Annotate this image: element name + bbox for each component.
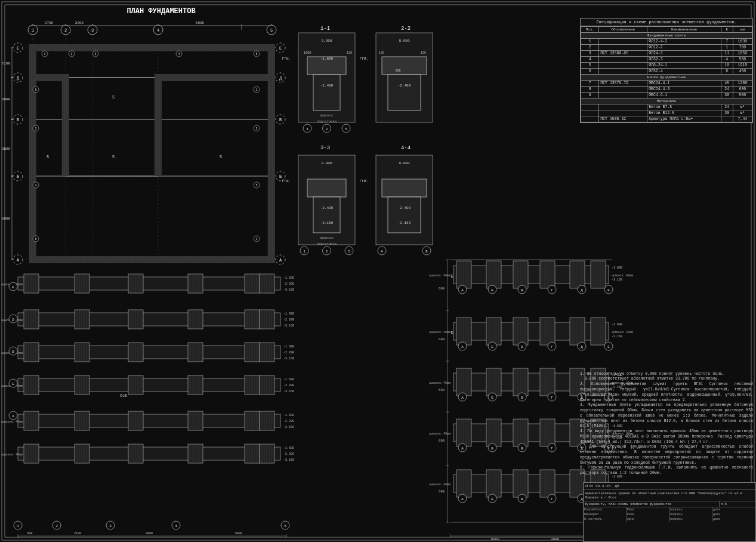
col-pos: Поз. <box>581 27 599 33</box>
role2: Проверил <box>584 512 627 517</box>
col-unit: мм <box>733 27 752 33</box>
sign2: подпись <box>669 512 712 517</box>
title-block-label1: Фундаменты, план схемы элементов фундаме… <box>584 501 720 507</box>
col-designation: Обозначение <box>599 27 647 33</box>
date2: дата <box>712 512 755 517</box>
spec-title: Спецификация к схеме расположения элемен… <box>581 19 752 26</box>
table-row: Бетон В12.5 30 м³ <box>581 110 752 116</box>
name1: Рева <box>627 507 669 512</box>
role3: Н.контроль <box>584 517 627 522</box>
table-row: 6 ФЛ32-4 8 450 <box>581 69 752 75</box>
table-row: Бетон В7.5 24 м³ <box>581 104 752 110</box>
table-row: 2 ФЛ12-2 1 780 <box>581 45 752 51</box>
title-block-org: Административное здание по областным ком… <box>584 490 755 501</box>
name2: Рева <box>627 512 669 517</box>
title-block-sheet: л.5 <box>720 501 755 507</box>
spec-table: Спецификация к схеме расположения элемен… <box>580 18 753 123</box>
sign3: подпись <box>669 517 712 522</box>
main-container: Спецификация к схеме расположения элемен… <box>0 0 756 542</box>
table-row: 7 ПСТ 13579-79 ФБС24-4-1 45 1200 <box>581 81 752 87</box>
date1: дата <box>712 507 755 512</box>
title-block-project: КГАУ 98.3.15. ДП <box>584 483 755 490</box>
table-row: 8 ФБС24-4-3 24 600 <box>581 87 752 93</box>
title-block: КГАУ 98.3.15. ДП Административное здание… <box>583 482 756 542</box>
role1: Разработал <box>584 507 627 512</box>
notes-block: 1. За относительную отметку 0,000 принят… <box>580 372 753 476</box>
col-name: Наименование <box>647 27 721 33</box>
date3: дата <box>712 517 755 522</box>
table-row: 5 ФЛ6-24-1 10 1910 <box>581 63 752 69</box>
col-count: Е <box>721 27 733 33</box>
table-row: 9 ФБС4-6-1 30 500 <box>581 93 752 98</box>
table-row: 1 ФЛ12-4-2 7 1630 <box>581 39 752 45</box>
notes-text: 1. За относительную отметку 0,000 принят… <box>580 372 753 476</box>
table-row: 3 ПСТ 13580-85 ФЛ24-3 11 1050 <box>581 51 752 57</box>
sign1: подпись <box>669 507 712 512</box>
spec-table-content: Поз. Обозначение Наименование Е мм Фунда… <box>581 26 752 122</box>
name3: Арно <box>627 517 669 522</box>
table-row: 4 ФЛ32-3 4 500 <box>581 57 752 63</box>
table-row: ПСТ 1508-32 Арматура ПАП1 L=8м+ 7,44 <box>581 116 752 122</box>
